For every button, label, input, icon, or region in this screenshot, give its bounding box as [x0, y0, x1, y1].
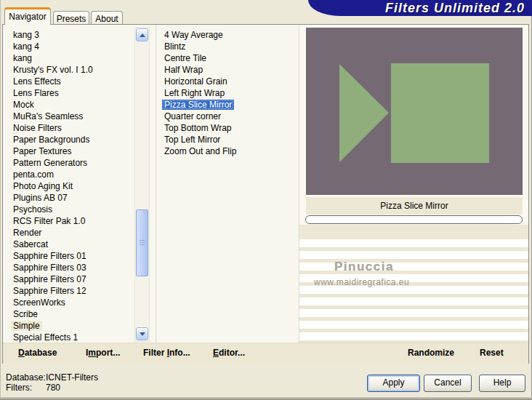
help-button[interactable]: Help — [479, 375, 525, 392]
category-list: kang 3 kang 4 kang Krusty's FX vol. I 1.… — [11, 29, 95, 343]
controls-area — [299, 239, 528, 343]
category-item[interactable]: MuRa's Seamless — [11, 111, 95, 122]
database-label-key: D — [18, 348, 25, 358]
import-label-key: m — [88, 348, 96, 358]
filter-item[interactable]: Top Left Mirror — [162, 134, 238, 145]
category-item[interactable]: Sapphire Filters 07 — [11, 273, 95, 285]
category-item-label: Simple — [11, 321, 42, 331]
import-button[interactable]: Import... — [86, 348, 120, 358]
category-item[interactable]: Render — [11, 227, 95, 239]
filter-info-label-post: nfo... — [169, 348, 190, 358]
category-item[interactable]: Sapphire Filters 01 — [11, 250, 95, 262]
category-item[interactable]: Simple — [11, 320, 95, 332]
category-item[interactable]: Paper Textures — [11, 145, 95, 157]
category-item-label: Sapphire Filters 07 — [11, 274, 89, 284]
status-filters-value: 780 — [46, 383, 60, 393]
category-item[interactable]: ScreenWorks — [11, 297, 95, 308]
preview-panel: Pizza Slice Mirror Pinuccia www.maidireg… — [299, 25, 528, 343]
filter-item[interactable]: Zoom Out and Flip — [162, 145, 238, 157]
filter-item[interactable]: Centre Tile — [162, 52, 238, 64]
cancel-button[interactable]: Cancel — [424, 375, 472, 392]
category-scrollbar[interactable] — [134, 27, 150, 342]
status-filters-label: Filters: — [6, 383, 32, 393]
category-item-label: Plugins AB 07 — [11, 193, 70, 203]
category-item-label: RCS Filter Pak 1.0 — [11, 216, 87, 226]
category-item[interactable]: Mock — [11, 99, 95, 111]
filter-list: 4 Way Average Blintz Centre Tile Half Wr… — [162, 29, 238, 157]
category-item-label: Paper Textures — [11, 146, 74, 156]
preview-caption: Pizza Slice Mirror — [306, 197, 523, 215]
scroll-down-button[interactable] — [136, 327, 148, 340]
category-item-label: Sapphire Filters 12 — [11, 286, 89, 296]
filter-item-label: Centre Tile — [162, 53, 209, 63]
tab-about[interactable]: About — [91, 11, 123, 24]
filter-info-button[interactable]: Filter Info... — [143, 348, 190, 358]
import-label-post: port... — [96, 348, 120, 358]
tab-presets-label: Presets — [57, 14, 86, 24]
category-item-label: Photo Aging Kit — [11, 181, 75, 191]
filter-item-label: Quarter corner — [162, 111, 223, 121]
tab-presets[interactable]: Presets — [53, 11, 89, 24]
category-item[interactable]: penta.com — [11, 169, 95, 180]
category-item[interactable]: Photo Aging Kit — [11, 180, 95, 192]
filter-item-label: Top Left Mirror — [162, 135, 222, 145]
category-item[interactable]: Paper Backgrounds — [11, 134, 95, 145]
category-item-label: Noise Filters — [11, 123, 64, 133]
category-item-label: Krusty's FX vol. I 1.0 — [11, 65, 95, 75]
category-item-label: Pattern Generators — [11, 158, 89, 168]
filter-item[interactable]: Horizontal Grain — [162, 76, 238, 87]
filter-item[interactable]: Quarter corner — [162, 111, 238, 122]
category-item[interactable]: Sapphire Filters 12 — [11, 285, 95, 297]
category-item-label: Scribe — [11, 309, 40, 319]
filter-item[interactable]: Left Right Wrap — [162, 87, 238, 99]
editor-button[interactable]: Editor... — [213, 348, 245, 358]
filter-item-label: Pizza Slice Mirror — [162, 100, 234, 110]
category-item-label: MuRa's Seamless — [11, 111, 85, 121]
filter-item[interactable]: Top Bottom Wrap — [162, 122, 238, 134]
scroll-up-button[interactable] — [136, 28, 148, 41]
filter-item[interactable]: Blintz — [162, 41, 238, 52]
category-item[interactable]: Noise Filters — [11, 122, 95, 134]
filter-item-label: Top Bottom Wrap — [162, 123, 233, 133]
filter-item[interactable]: Pizza Slice Mirror — [162, 99, 238, 111]
reset-button[interactable]: Reset — [480, 348, 504, 358]
category-item[interactable]: Sapphire Filters 03 — [11, 262, 95, 273]
editor-label-post: ditor... — [219, 348, 245, 358]
category-item[interactable]: kang 3 — [11, 29, 95, 41]
filter-control-slider[interactable] — [305, 215, 523, 224]
category-item-label: Mock — [11, 100, 36, 110]
category-item[interactable]: Psychosis — [11, 204, 95, 215]
category-item[interactable]: Lens Flares — [11, 87, 95, 99]
arrow-up-icon — [140, 33, 145, 37]
database-button[interactable]: Database — [18, 348, 57, 358]
status-database-label: Database: — [6, 372, 46, 383]
category-item[interactable]: Sabercat — [11, 239, 95, 250]
category-item[interactable]: kang — [11, 52, 95, 64]
filter-item-label: Zoom Out and Flip — [162, 146, 238, 156]
filter-item[interactable]: Half Wrap — [162, 64, 238, 76]
category-item-label: ScreenWorks — [11, 297, 68, 308]
category-item[interactable]: Lens Effects — [11, 76, 95, 87]
preview-image — [306, 28, 523, 195]
action-strip: Database Import... Filter Info... Editor… — [3, 343, 528, 364]
category-item[interactable]: Plugins AB 07 — [11, 192, 95, 204]
category-item-label: Special Effects 1 — [11, 332, 80, 343]
randomize-button[interactable]: Randomize — [408, 348, 454, 358]
category-item[interactable]: Special Effects 1 — [11, 332, 95, 343]
category-item-label: penta.com — [11, 169, 56, 180]
title-banner: Filters Unlimited 2.0 — [308, 0, 532, 16]
apply-button[interactable]: Apply — [367, 375, 420, 392]
filter-item[interactable]: 4 Way Average — [162, 29, 238, 41]
filter-item-label: Half Wrap — [162, 65, 205, 75]
category-item[interactable]: kang 4 — [11, 41, 95, 52]
scrollbar-thumb[interactable] — [136, 209, 148, 276]
category-item[interactable]: Krusty's FX vol. I 1.0 — [11, 64, 95, 76]
navigator-tab-page: kang 3 kang 4 kang Krusty's FX vol. I 1.… — [2, 24, 529, 364]
category-item-label: Paper Backgrounds — [11, 135, 92, 145]
category-item-label: kang — [11, 53, 34, 63]
category-item[interactable]: Scribe — [11, 308, 95, 320]
category-item[interactable]: RCS Filter Pak 1.0 — [11, 215, 95, 227]
arrow-down-icon — [140, 332, 145, 336]
tab-navigator[interactable]: Navigator — [4, 7, 51, 25]
category-item[interactable]: Pattern Generators — [11, 157, 95, 169]
